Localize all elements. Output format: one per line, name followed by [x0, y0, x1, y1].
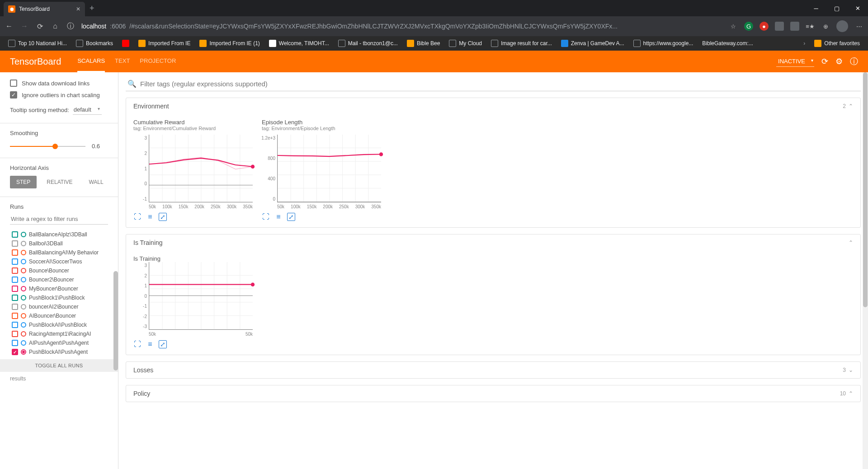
chart-plot[interactable]: 3210-1-2-3: [133, 262, 253, 330]
run-row[interactable]: BallBalanceAIplz\3DBall: [0, 230, 118, 239]
extension-icon-4[interactable]: [790, 22, 799, 31]
bookmark-item[interactable]: BibleGateway.com:...: [698, 38, 757, 48]
run-row[interactable]: Ballboi\3DBall: [0, 239, 118, 248]
run-checkbox-icon[interactable]: [12, 295, 18, 301]
new-tab-button[interactable]: +: [85, 4, 99, 13]
run-radio-icon[interactable]: [21, 259, 26, 264]
run-checkbox-icon[interactable]: [12, 240, 18, 247]
haxis-relative-button[interactable]: RELATIVE: [40, 176, 79, 188]
run-radio-icon[interactable]: [21, 268, 26, 273]
run-row[interactable]: PushBlock1\PushBlock: [0, 293, 118, 302]
ignore-outliers-checkbox[interactable]: Ignore outliers in chart scaling: [10, 91, 108, 98]
profile-avatar[interactable]: [836, 20, 848, 32]
home-icon[interactable]: ⌂: [51, 22, 60, 30]
bookmark-item[interactable]: https://www.google...: [630, 38, 697, 49]
section-header[interactable]: Policy 10 ⌃: [126, 385, 860, 402]
run-radio-icon[interactable]: [21, 331, 26, 337]
run-checkbox-icon[interactable]: [12, 322, 18, 328]
run-radio-icon[interactable]: [21, 286, 26, 291]
extension-icon-1[interactable]: G: [744, 22, 753, 31]
sidebar-scrollbar[interactable]: [113, 271, 118, 371]
fit-domain-icon[interactable]: ⤢: [159, 340, 167, 348]
close-tab-icon[interactable]: ✕: [76, 6, 80, 12]
haxis-wall-button[interactable]: WALL: [82, 176, 109, 188]
run-checkbox-icon[interactable]: [12, 331, 18, 337]
show-download-links-checkbox[interactable]: Show data download links: [10, 80, 108, 87]
smoothing-slider[interactable]: [10, 145, 85, 147]
bookmark-item[interactable]: My Cloud: [445, 38, 486, 49]
section-header[interactable]: Is Training ⌃: [126, 234, 860, 251]
run-checkbox-icon[interactable]: [12, 349, 18, 355]
toggle-all-runs-button[interactable]: TOGGLE ALL RUNS: [0, 359, 118, 372]
haxis-step-button[interactable]: STEP: [10, 176, 37, 188]
bookmark-item[interactable]: Welcome, TIMOHT...: [265, 38, 333, 49]
run-row[interactable]: BallBalancingAI\My Behavior: [0, 248, 118, 257]
runs-filter-input[interactable]: [10, 214, 108, 225]
bookmark-item[interactable]: [118, 38, 133, 49]
extension-icon-3[interactable]: [775, 22, 784, 31]
run-radio-icon[interactable]: [21, 277, 26, 282]
extension-icon-2[interactable]: ●: [760, 22, 769, 31]
bookmark-item[interactable]: Image result for car...: [487, 38, 556, 49]
tooltip-sort-select[interactable]: default: [73, 105, 102, 115]
close-window-button[interactable]: ✕: [847, 0, 868, 16]
bookmark-item[interactable]: Bible Bee: [403, 38, 443, 49]
bookmarks-overflow-icon[interactable]: ›: [800, 40, 809, 47]
other-favorites-folder[interactable]: Other favorites: [811, 38, 863, 49]
run-checkbox-icon[interactable]: [12, 340, 18, 346]
expand-icon[interactable]: ⛶: [133, 340, 142, 348]
run-radio-icon[interactable]: [21, 250, 26, 255]
minimize-button[interactable]: ─: [806, 0, 826, 16]
fit-domain-icon[interactable]: ⤢: [159, 213, 167, 221]
run-row[interactable]: PushBlockAI\PushAgent: [0, 347, 118, 356]
section-header[interactable]: Environment 2 ⌃: [126, 98, 860, 114]
browser-tab[interactable]: ⬢ TensorBoard ✕: [4, 2, 85, 16]
forward-icon[interactable]: →: [20, 22, 29, 30]
run-checkbox-icon[interactable]: [12, 267, 18, 274]
run-checkbox-icon[interactable]: [12, 258, 18, 265]
section-header[interactable]: Losses 3 ⌄: [126, 362, 860, 378]
back-icon[interactable]: ←: [5, 22, 14, 30]
expand-icon[interactable]: ⛶: [133, 213, 142, 221]
tab-text[interactable]: TEXT: [115, 51, 130, 72]
run-checkbox-icon[interactable]: [12, 304, 18, 310]
settings-icon[interactable]: ⚙: [835, 56, 843, 66]
run-row[interactable]: MyBouncer\Bouncer: [0, 284, 118, 293]
run-radio-icon[interactable]: [21, 349, 26, 355]
run-radio-icon[interactable]: [21, 304, 26, 310]
run-row[interactable]: Bouncer2\Bouncer: [0, 275, 118, 284]
run-row[interactable]: SoccerAI\SoccerTwos: [0, 257, 118, 266]
run-radio-icon[interactable]: [21, 232, 26, 237]
refresh-icon[interactable]: ⟳: [35, 22, 44, 31]
run-row[interactable]: PushBlockAI\PushBlock: [0, 320, 118, 329]
bookmark-item[interactable]: Imported From IE (1): [196, 38, 263, 49]
run-radio-icon[interactable]: [21, 322, 26, 328]
expand-icon[interactable]: ⛶: [262, 213, 270, 221]
run-checkbox-icon[interactable]: [12, 249, 18, 256]
bookmark-item[interactable]: Top 10 National Hi...: [5, 38, 71, 49]
run-row[interactable]: bouncerAI2\Bouncer: [0, 302, 118, 311]
favorites-icon[interactable]: ≡★: [806, 22, 815, 31]
collections-icon[interactable]: ⊕: [821, 22, 830, 31]
run-radio-icon[interactable]: [21, 340, 26, 346]
run-checkbox-icon[interactable]: [12, 286, 18, 292]
run-row[interactable]: RacingAttempt1\RacingAI: [0, 329, 118, 338]
help-icon[interactable]: ⓘ: [850, 56, 858, 67]
run-radio-icon[interactable]: [21, 313, 26, 319]
tab-projector[interactable]: PROJECTOR: [140, 51, 176, 72]
url-input[interactable]: localhost:6006/#scalars&runSelectionStat…: [81, 23, 722, 30]
bookmark-item[interactable]: Bookmarks: [72, 38, 117, 49]
run-checkbox-icon[interactable]: [12, 231, 18, 238]
log-scale-icon[interactable]: ≡: [274, 213, 283, 221]
run-checkbox-icon[interactable]: [12, 313, 18, 319]
log-scale-icon[interactable]: ≡: [146, 213, 154, 221]
bookmark-item[interactable]: Zenva | GameDev A...: [557, 38, 628, 49]
run-row[interactable]: Bounce\Bouncer: [0, 266, 118, 275]
star-icon[interactable]: ☆: [729, 22, 738, 31]
run-row[interactable]: AIPushAgent\PushAgent: [0, 338, 118, 347]
run-row[interactable]: AIBouncer\Bouncer: [0, 311, 118, 320]
more-icon[interactable]: ⋯: [854, 22, 863, 31]
bookmark-item[interactable]: Imported From IE: [135, 38, 194, 49]
run-checkbox-icon[interactable]: [12, 277, 18, 283]
run-radio-icon[interactable]: [21, 241, 26, 246]
